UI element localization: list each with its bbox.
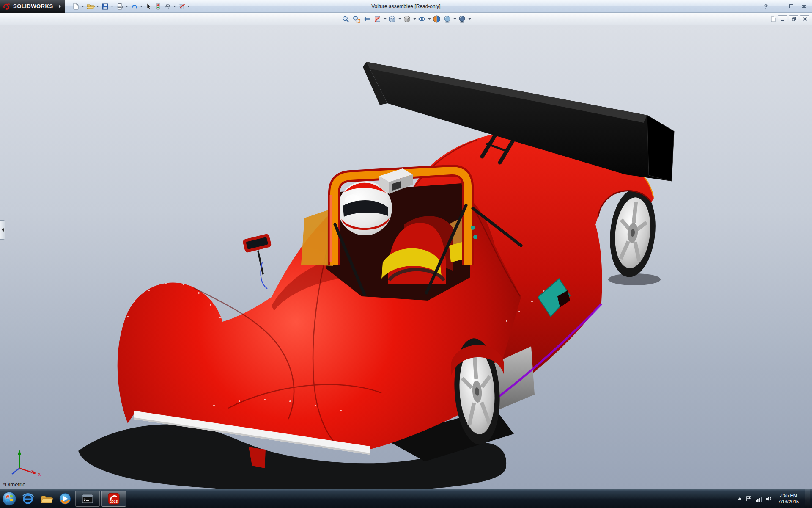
save-dropdown[interactable]	[110, 1, 114, 11]
open-button[interactable]	[85, 1, 96, 11]
heads-up-view-toolbar	[341, 14, 472, 25]
open-folder-icon	[86, 3, 95, 10]
view-settings-dropdown[interactable]	[468, 14, 472, 24]
media-player-button[interactable]	[56, 490, 74, 507]
collapse-arrow-icon	[2, 228, 4, 232]
document-restore-button[interactable]	[789, 15, 798, 22]
solidworks-taskbar-button[interactable]: 2015	[102, 491, 126, 507]
options-button[interactable]	[163, 1, 173, 11]
document-minimize-button[interactable]	[778, 15, 787, 22]
select-cursor-icon	[145, 3, 152, 10]
clock-time: 3:55 PM	[780, 492, 797, 499]
print-button[interactable]	[115, 1, 125, 11]
windows-start-orb-icon	[2, 491, 17, 506]
featuremanager-collapse-tab[interactable]	[0, 220, 5, 240]
view-orientation-dropdown[interactable]	[398, 14, 402, 24]
close-icon	[801, 3, 807, 9]
solidworks-version-badge: 2015	[110, 500, 118, 504]
action-center-flag-icon[interactable]	[745, 495, 752, 502]
zoom-to-fit-button[interactable]	[341, 14, 351, 25]
solidworks-logo[interactable]: SOLIDWORKS	[0, 0, 65, 13]
taskbar-clock[interactable]: 3:55 PM 7/13/2015	[776, 492, 801, 505]
help-button[interactable]	[760, 2, 771, 10]
edit-appearance-button[interactable]	[432, 14, 442, 25]
window-title: Voiture assemblee [Read-only]	[371, 3, 440, 9]
view-settings-button[interactable]	[457, 14, 467, 25]
hide-show-items-button[interactable]	[417, 14, 427, 25]
undo-arrow-icon	[130, 3, 138, 10]
sketch-dropdown[interactable]	[187, 1, 191, 11]
solidworks-taskbar-icon: 2015	[107, 492, 120, 505]
display-style-dropdown[interactable]	[413, 14, 417, 24]
minimize-button[interactable]	[773, 2, 784, 10]
document-window-controls	[770, 15, 809, 22]
triad-x-label: x	[38, 471, 41, 477]
media-player-icon	[59, 492, 71, 505]
zoom-to-area-button[interactable]	[351, 14, 362, 25]
orientation-triad: x	[12, 450, 41, 477]
window-controls	[760, 2, 809, 10]
windows-taskbar: 2015 3:55 PM 7/13/2015	[0, 489, 812, 508]
solidworks-window: SOLIDWORKS	[0, 0, 812, 508]
show-desktop-button[interactable]	[805, 489, 810, 508]
close-button[interactable]	[798, 2, 809, 10]
zoom-to-area-icon	[352, 15, 361, 23]
display-style-cube-icon	[403, 15, 411, 23]
rebuild-button[interactable]	[154, 1, 163, 11]
save-floppy-icon	[101, 3, 109, 10]
new-document-icon	[72, 3, 80, 10]
document-close-button[interactable]	[800, 15, 809, 22]
select-button[interactable]	[144, 1, 153, 11]
previous-view-button[interactable]	[362, 14, 372, 25]
command-prompt-icon	[82, 493, 93, 504]
apply-scene-dropdown[interactable]	[453, 14, 457, 24]
print-dropdown[interactable]	[125, 1, 129, 11]
volume-icon[interactable]	[765, 495, 772, 502]
scene-sphere-icon	[443, 15, 452, 23]
previous-view-icon	[363, 15, 371, 23]
section-view-button[interactable]	[373, 14, 383, 25]
display-style-button[interactable]	[402, 14, 412, 25]
sketch-button[interactable]	[177, 1, 187, 11]
view-orientation-button[interactable]	[387, 14, 398, 25]
graphics-viewport[interactable]: x *Dimetric	[0, 25, 812, 489]
section-view-dropdown[interactable]	[383, 14, 387, 24]
title-bar: SOLIDWORKS	[0, 0, 812, 13]
new-document-dropdown[interactable]	[81, 1, 85, 11]
view-settings-sphere-icon	[458, 15, 466, 23]
view-orientation-cube-icon	[388, 15, 397, 23]
open-dropdown[interactable]	[96, 1, 100, 11]
print-icon	[115, 3, 124, 10]
undo-dropdown[interactable]	[140, 1, 143, 11]
system-tray: 3:55 PM 7/13/2015	[738, 489, 812, 508]
new-document-button[interactable]	[71, 1, 81, 11]
sketch-grid-icon	[178, 3, 186, 10]
folder-icon	[40, 493, 53, 504]
internet-explorer-button[interactable]	[19, 490, 37, 507]
eye-icon	[418, 15, 426, 23]
show-hidden-icons-button[interactable]	[738, 497, 742, 500]
rebuild-traffic-light-icon	[154, 3, 162, 10]
command-prompt-taskbar-button[interactable]	[75, 491, 100, 507]
side-mirror[interactable]	[242, 233, 272, 289]
document-restore-icon	[791, 17, 796, 22]
save-button[interactable]	[100, 1, 110, 11]
document-icon	[770, 16, 776, 22]
apply-scene-button[interactable]	[442, 14, 453, 25]
menu-expand-arrow-icon[interactable]	[59, 5, 61, 8]
network-icon[interactable]	[755, 495, 762, 502]
hide-show-dropdown[interactable]	[428, 14, 431, 24]
options-dropdown[interactable]	[173, 1, 177, 11]
appearance-sphere-icon	[433, 15, 441, 23]
3d-model-scene[interactable]: x	[0, 25, 812, 489]
clock-date: 7/13/2015	[778, 499, 799, 505]
start-button[interactable]	[0, 490, 19, 507]
file-explorer-button[interactable]	[37, 490, 56, 507]
maximize-icon	[788, 3, 794, 9]
document-minimize-icon	[780, 17, 785, 22]
section-view-icon	[373, 15, 382, 23]
zoom-to-fit-icon	[342, 15, 350, 23]
internet-explorer-icon	[21, 492, 35, 505]
undo-button[interactable]	[129, 1, 139, 11]
maximize-button[interactable]	[786, 2, 797, 10]
